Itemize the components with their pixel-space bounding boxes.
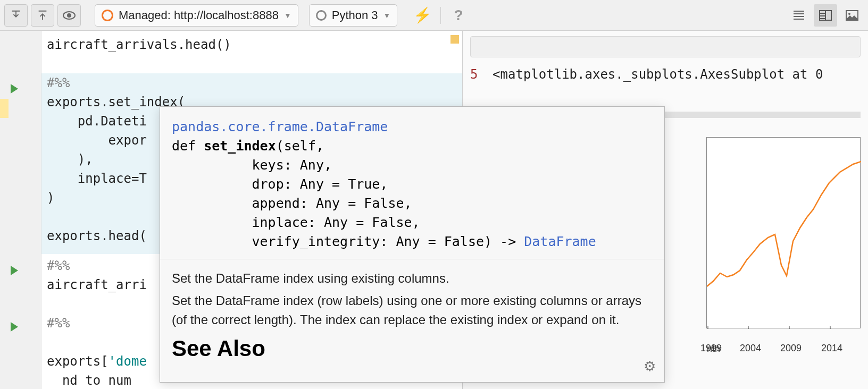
server-dropdown[interactable]: Managed: http://localhost:8888 ▼ [95,4,298,27]
output-card [470,36,861,57]
download-button[interactable] [4,4,28,27]
chevron-down-icon: ▼ [284,11,291,20]
split-view-icon[interactable] [814,4,837,27]
code-line: aircraft_arrivals.head() [47,35,457,54]
doc-qualifier: pandas.core.frame.DataFrame [172,117,653,137]
help-icon[interactable]: ? [454,7,463,24]
output-row: 5 <matplotlib.axes._subplots.AxesSubplot… [470,67,861,82]
documentation-popup: pandas.core.frame.DataFrame def set_inde… [160,106,665,383]
lightning-icon[interactable]: ⚡ [413,6,432,24]
gutter [0,31,41,389]
doc-signature: pandas.core.frame.DataFrame def set_inde… [160,107,664,259]
cell-marker: #%% [47,73,457,92]
doc-description: Set the DataFrame index (row labels) usi… [172,291,653,329]
upload-button[interactable] [31,4,54,27]
doc-body: Set the DataFrame index using existing c… [160,259,664,368]
output-text: <matplotlib.axes._subplots.AxesSubplot a… [493,67,823,82]
chart-xlabel: nth [707,343,720,354]
separator [440,7,441,24]
jupyter-icon [102,10,113,21]
lines-view-icon[interactable] [787,4,811,27]
chart: 1999 2004 2009 2014 nth [706,137,861,328]
kernel-status-icon [316,10,327,21]
run-cell-icon[interactable] [11,266,18,275]
exec-count: 5 [470,67,478,82]
toolbar: Managed: http://localhost:8888 ▼ Python … [0,0,868,31]
kernel-label: Python 3 [332,9,378,22]
doc-summary: Set the DataFrame index using existing c… [172,269,653,288]
gear-icon[interactable]: ⚙ [644,358,656,375]
kernel-dropdown[interactable]: Python 3 ▼ [309,4,398,27]
chevron-down-icon: ▼ [383,11,391,20]
server-label: Managed: http://localhost:8888 [119,9,279,22]
svg-point-1 [68,14,71,17]
type-link[interactable]: DataFrame [524,234,596,249]
preview-button[interactable] [57,4,81,27]
run-cell-icon[interactable] [11,84,18,94]
chart-line [707,138,861,329]
doc-see-also-heading: See Also [172,339,653,358]
run-cell-icon[interactable] [11,322,18,332]
image-view-icon[interactable] [840,4,864,27]
svg-point-4 [848,13,850,15]
